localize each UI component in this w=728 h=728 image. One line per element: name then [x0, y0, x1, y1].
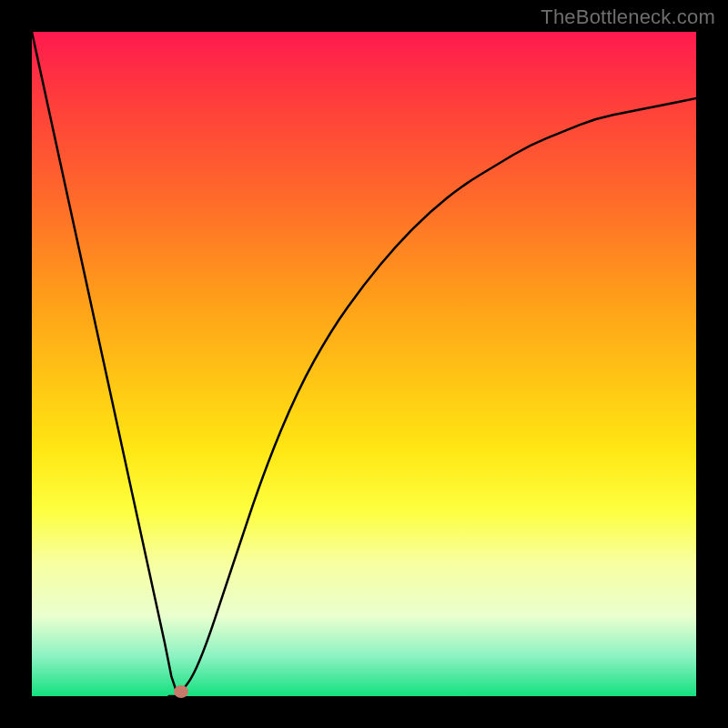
- optimal-point-marker: [174, 685, 188, 698]
- watermark-text: TheBottleneck.com: [541, 5, 715, 29]
- plot-area: [32, 32, 696, 696]
- chart-frame: TheBottleneck.com: [0, 0, 728, 728]
- bottleneck-curve: [32, 32, 696, 696]
